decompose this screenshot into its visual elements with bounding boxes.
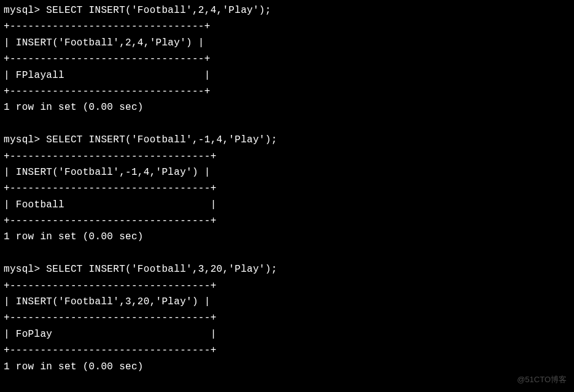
table-row: | FoPlay | (4, 326, 570, 342)
command-line: mysql> SELECT INSERT('Football',-1,4,'Pl… (4, 132, 570, 148)
watermark-text: @51CTO博客 (517, 373, 567, 386)
table-border: +---------------------------------+ (4, 278, 570, 294)
command-line: mysql> SELECT INSERT('Football',2,4,'Pla… (4, 2, 570, 18)
table-border: +---------------------------------+ (4, 180, 570, 196)
table-border: +---------------------------------+ (4, 310, 570, 326)
prompt: mysql> (4, 134, 46, 145)
table-row: | FPlayall | (4, 67, 570, 83)
prompt: mysql> (4, 5, 46, 16)
table-border: +--------------------------------+ (4, 18, 570, 34)
command-line: mysql> SELECT INSERT('Football',3,20,'Pl… (4, 261, 570, 277)
blank-line (4, 116, 570, 132)
terminal-output: mysql> SELECT INSERT('Football',2,4,'Pla… (4, 2, 570, 392)
table-border: +--------------------------------+ (4, 51, 570, 67)
table-header: | INSERT('Football',3,20,'Play') | (4, 294, 570, 310)
table-border: +---------------------------------+ (4, 342, 570, 358)
table-header: | INSERT('Football',-1,4,'Play') | (4, 164, 570, 180)
query-footer: 1 row in set (0.00 sec) (4, 359, 570, 375)
blank-line (4, 375, 570, 391)
sql-command: SELECT INSERT('Football',2,4,'Play'); (46, 5, 271, 16)
blank-line (4, 245, 570, 261)
table-header: | INSERT('Football',2,4,'Play') | (4, 35, 570, 51)
table-border: +---------------------------------+ (4, 213, 570, 229)
table-border: +---------------------------------+ (4, 148, 570, 164)
table-border: +--------------------------------+ (4, 83, 570, 99)
query-footer: 1 row in set (0.00 sec) (4, 99, 570, 115)
sql-command: SELECT INSERT('Football',-1,4,'Play'); (46, 134, 277, 145)
table-row: | Football | (4, 197, 570, 213)
prompt: mysql> (4, 264, 46, 275)
query-footer: 1 row in set (0.00 sec) (4, 229, 570, 245)
sql-command: SELECT INSERT('Football',3,20,'Play'); (46, 264, 277, 275)
